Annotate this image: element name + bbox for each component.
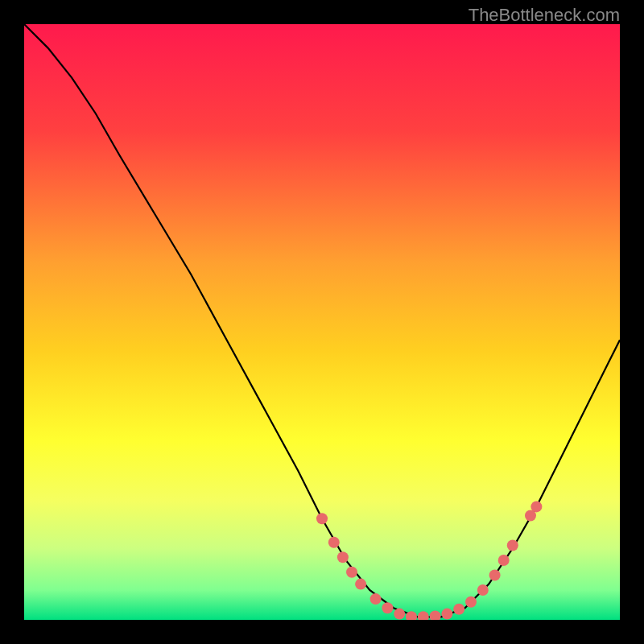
data-marker <box>355 579 366 590</box>
curve-layer <box>24 24 620 620</box>
data-marker <box>498 555 510 566</box>
data-marker <box>430 611 441 620</box>
data-marker <box>316 513 328 524</box>
data-marker <box>507 540 518 551</box>
data-marker <box>530 501 542 512</box>
data-marker <box>370 593 382 605</box>
data-marker <box>418 611 429 620</box>
data-marker <box>328 537 340 548</box>
data-marker <box>489 570 501 581</box>
data-marker <box>441 609 452 620</box>
data-marker <box>465 597 477 608</box>
data-marker <box>477 584 489 596</box>
chart-container: TheBottleneck.com <box>0 0 644 644</box>
data-marker <box>382 602 393 613</box>
data-marker <box>337 551 349 563</box>
plot-area <box>24 24 620 620</box>
watermark-text: TheBottleneck.com <box>469 5 620 26</box>
data-markers <box>316 501 542 620</box>
data-marker <box>394 609 405 620</box>
data-marker <box>453 604 464 615</box>
bottleneck-curve <box>24 24 620 617</box>
data-marker <box>346 567 357 578</box>
